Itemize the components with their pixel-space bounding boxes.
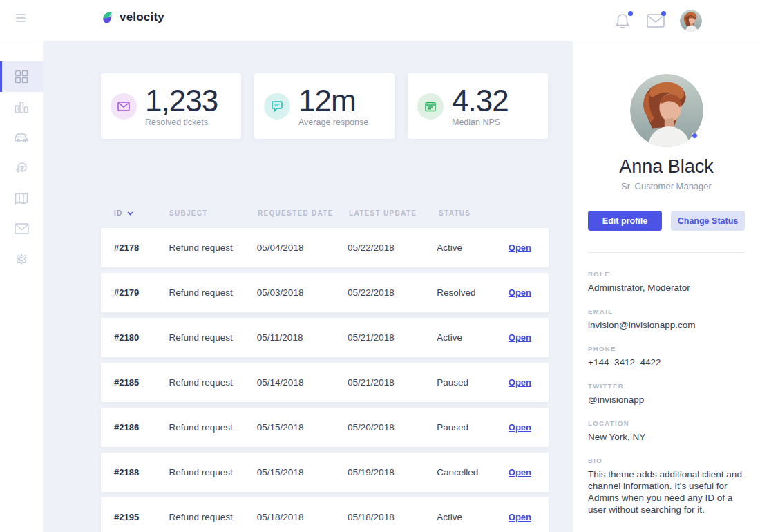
- field-value-bio: This theme adds additional client and ch…: [588, 468, 745, 515]
- field-value-role: Administrator, Moderator: [588, 282, 745, 294]
- table-row: #2178 Refund request 05/04/2018 05/22/20…: [101, 228, 549, 267]
- open-ticket-link[interactable]: Open: [509, 512, 531, 522]
- ticket-requested-date: 05/14/2018: [257, 377, 348, 388]
- ticket-status: Paused: [437, 377, 508, 388]
- sidebar-item-vehicles[interactable]: [0, 122, 43, 153]
- open-ticket-link[interactable]: Open: [509, 467, 531, 477]
- ticket-subject: Refund request: [169, 512, 257, 522]
- field-label-role: Role: [588, 270, 745, 278]
- sidebar-item-map[interactable]: [0, 183, 43, 213]
- calendar-icon: [417, 93, 444, 120]
- stat-value: 4.32: [452, 86, 509, 116]
- ticket-status: Active: [437, 512, 508, 522]
- field-value-twitter: @invisionapp: [588, 394, 745, 406]
- field-label-bio: Bio: [588, 457, 745, 464]
- field-label-twitter: Twitter: [588, 382, 745, 390]
- sidebar-item-analytics[interactable]: [0, 92, 43, 122]
- ticket-latest-update: 05/21/2018: [348, 377, 437, 388]
- column-header-requested-date: REQUESTED DATE: [258, 209, 349, 217]
- ticket-subject: Refund request: [169, 377, 257, 388]
- notifications-bell-icon[interactable]: [614, 12, 631, 30]
- column-header-status: STATUS: [439, 209, 511, 217]
- ticket-requested-date: 05/03/2018: [257, 287, 348, 298]
- field-value-location: New York, NY: [588, 431, 745, 443]
- open-ticket-link[interactable]: Open: [509, 377, 531, 388]
- ticket-requested-date: 05/15/2018: [257, 467, 348, 477]
- chevron-down-icon: [127, 211, 133, 216]
- notification-badge-dot: [628, 11, 633, 16]
- ticket-id: #2188: [114, 467, 169, 477]
- bar-chart-icon: [15, 100, 28, 114]
- open-ticket-link[interactable]: Open: [509, 287, 531, 298]
- column-header-subject: SUBJECT: [169, 209, 258, 217]
- ticket-status: Active: [437, 332, 508, 343]
- field-label-phone: Phone: [588, 345, 745, 352]
- column-header-id[interactable]: ID: [114, 209, 169, 217]
- change-status-button[interactable]: Change Status: [671, 211, 745, 231]
- menu-icon[interactable]: [16, 14, 26, 22]
- ticket-latest-update: 05/18/2018: [348, 512, 437, 522]
- profile-job-title: Sr. Customer Manager: [588, 181, 745, 191]
- sidebar-item-dashboard[interactable]: [0, 61, 43, 92]
- ticket-latest-update: 05/21/2018: [348, 332, 437, 343]
- open-ticket-link[interactable]: Open: [509, 243, 531, 253]
- table-row: #2188 Refund request 05/15/2018 05/19/20…: [101, 453, 549, 492]
- open-ticket-link[interactable]: Open: [509, 332, 531, 343]
- map-icon: [15, 192, 28, 205]
- ticket-id: #2179: [114, 287, 169, 298]
- open-ticket-link[interactable]: Open: [509, 422, 531, 433]
- ticket-id: #2186: [114, 422, 169, 433]
- ticket-latest-update: 05/20/2018: [348, 422, 437, 433]
- ticket-latest-update: 05/22/2018: [348, 243, 437, 253]
- ticket-subject: Refund request: [169, 287, 257, 298]
- logo-leaf-icon: [101, 11, 114, 24]
- field-label-location: Location: [588, 419, 745, 427]
- ticket-id: #2178: [114, 243, 169, 253]
- profile-panel: Anna Black Sr. Customer Manager Edit pro…: [573, 41, 760, 532]
- header-user-avatar[interactable]: [680, 10, 702, 32]
- stat-label: Resolved tickets: [145, 117, 218, 127]
- ticket-status: Resolved: [437, 287, 508, 298]
- sidebar-item-messages[interactable]: [0, 213, 43, 244]
- dashboard-grid-icon: [15, 70, 28, 84]
- field-value-email: invision@invisionapp.com: [588, 319, 745, 331]
- ticket-latest-update: 05/19/2018: [348, 467, 437, 477]
- ticket-subject: Refund request: [169, 467, 257, 477]
- ticket-subject: Refund request: [169, 243, 257, 253]
- car-icon: [14, 131, 29, 144]
- ticket-subject: Refund request: [169, 332, 257, 343]
- table-header: ID SUBJECT REQUESTED DATE LATEST UPDATE …: [101, 209, 549, 217]
- field-value-phone: +144–3412–4422: [588, 357, 745, 368]
- table-row: #2186 Refund request 05/15/2018 05/20/20…: [101, 408, 549, 447]
- stat-card-average-response: 12m Average response: [254, 73, 395, 139]
- ticket-latest-update: 05/22/2018: [348, 287, 437, 298]
- stat-card-median-nps: 4.32 Median NPS: [408, 73, 548, 139]
- ticket-id: #2180: [114, 332, 169, 343]
- ticket-id: #2195: [114, 512, 169, 522]
- top-header: velocity: [0, 0, 760, 41]
- steering-wheel-icon: [15, 161, 28, 175]
- panel-divider: [588, 252, 745, 253]
- online-status-dot: [692, 133, 698, 139]
- ticket-id: #2185: [114, 377, 169, 388]
- app-root: velocity: [0, 0, 760, 532]
- sidebar-item-settings[interactable]: [0, 244, 43, 274]
- chat-bubble-icon: [264, 93, 290, 120]
- table-row: #2179 Refund request 05/03/2018 05/22/20…: [101, 273, 549, 312]
- edit-profile-button[interactable]: Edit profile: [588, 211, 662, 231]
- ticket-requested-date: 05/11/2018: [257, 332, 348, 343]
- sidebar-item-trips[interactable]: [0, 153, 43, 183]
- main-content: 1,233 Resolved tickets 12m Average respo…: [43, 41, 573, 532]
- app-logo[interactable]: velocity: [101, 10, 164, 24]
- messages-mail-icon[interactable]: [647, 12, 665, 30]
- stat-cards: 1,233 Resolved tickets 12m Average respo…: [101, 73, 548, 139]
- ticket-requested-date: 05/04/2018: [257, 243, 348, 253]
- ticket-requested-date: 05/18/2018: [257, 512, 348, 522]
- stat-value: 12m: [298, 86, 368, 116]
- table-row: #2185 Refund request 05/14/2018 05/21/20…: [101, 363, 549, 402]
- table-row: #2180 Refund request 05/11/2018 05/21/20…: [101, 318, 549, 357]
- left-sidebar: [0, 41, 43, 532]
- envelope-icon: [15, 223, 29, 234]
- ticket-status: Active: [437, 243, 508, 253]
- ticket-subject: Refund request: [169, 422, 257, 433]
